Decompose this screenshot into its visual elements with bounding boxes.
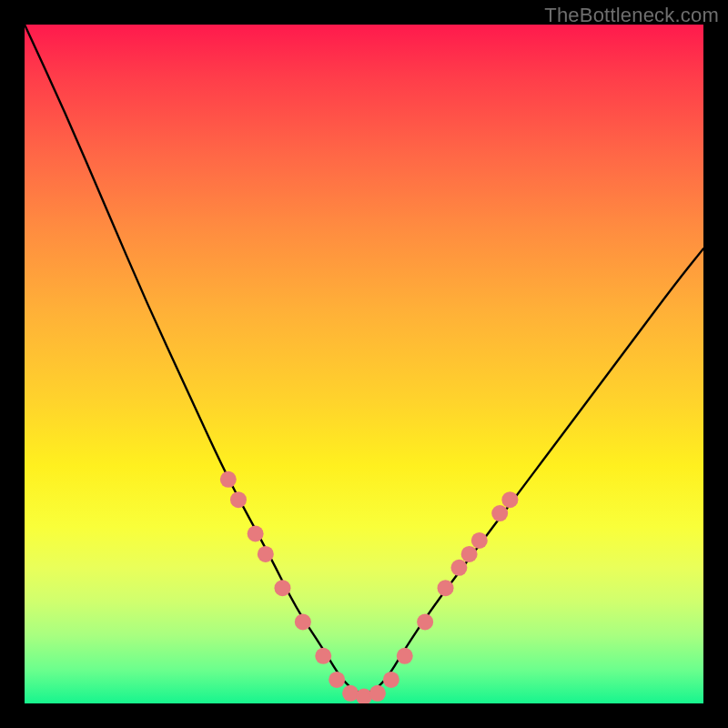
highlight-dot	[397, 648, 413, 664]
highlight-dot	[491, 505, 508, 521]
highlight-dot	[471, 532, 488, 549]
chart-container: TheBottleneck.com	[0, 0, 728, 728]
plot-area	[25, 25, 703, 703]
highlight-dot	[417, 613, 433, 630]
highlight-dot	[258, 546, 274, 562]
highlight-dot	[295, 613, 311, 630]
highlight-dot	[383, 672, 399, 688]
highlight-dot	[438, 580, 454, 596]
highlight-dot	[501, 491, 518, 508]
highlight-dot	[356, 689, 372, 703]
highlight-dot	[220, 471, 237, 488]
curve-svg	[25, 25, 703, 703]
highlight-dots	[220, 471, 519, 703]
highlight-dot	[450, 560, 467, 576]
bottleneck-curve	[25, 25, 703, 693]
highlight-dot	[369, 685, 386, 702]
highlight-dot	[329, 672, 345, 688]
highlight-dot	[315, 648, 331, 664]
highlight-dot	[274, 580, 290, 596]
highlight-dot	[461, 546, 478, 562]
highlight-dot	[248, 526, 264, 542]
highlight-dot	[230, 491, 247, 508]
